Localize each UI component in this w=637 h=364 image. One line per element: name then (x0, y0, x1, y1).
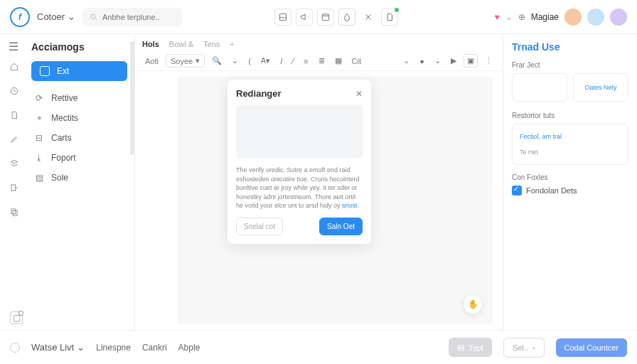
sidebar-title: Acciamogs (31, 41, 127, 53)
calendar-icon[interactable] (317, 9, 334, 26)
modal-body: The verify oredic. Sotre a emoft end rai… (236, 166, 363, 210)
chevron-down-icon[interactable]: ⌄ (505, 12, 513, 22)
svg-rect-8 (11, 185, 16, 191)
logo[interactable]: f (10, 7, 30, 27)
notification-icon[interactable]: ▢ (10, 311, 23, 324)
align-icon[interactable]: ≡ (301, 55, 311, 67)
chevron-down-icon[interactable]: ⌄ (229, 55, 241, 67)
archive-icon: ▤ (34, 173, 44, 183)
modal-preview (236, 105, 363, 159)
tool-label: Aoti (142, 55, 161, 67)
svg-rect-9 (11, 209, 16, 214)
refresh-icon: ⟳ (34, 93, 44, 103)
font-select[interactable]: Soyee▾ (166, 54, 205, 68)
list-item[interactable]: Te Het (513, 144, 628, 160)
image-icon[interactable]: ▣ (464, 54, 478, 68)
tab[interactable]: Tens (203, 40, 220, 48)
checkbox-icon (512, 186, 522, 196)
avatar[interactable] (564, 9, 582, 26)
section-label: Frar Ject (512, 61, 628, 69)
sidebar-item[interactable]: ▤Sole (31, 168, 127, 188)
grid-icon[interactable]: ▦ (332, 55, 345, 67)
footer-link[interactable]: Cankri (142, 343, 167, 353)
cart-icon: ⊟ (34, 133, 44, 143)
avatar[interactable] (610, 9, 627, 26)
globe-icon[interactable]: ⊕ (518, 12, 525, 22)
confirm-button[interactable]: Saln Oet (319, 218, 363, 235)
sidebar-item[interactable]: ⌖Mectits (31, 108, 127, 128)
sidebar-item[interactable]: ⊟Carts (31, 128, 127, 148)
strike-icon[interactable]: ∕ (289, 55, 296, 67)
sidebar-item[interactable]: ⟳Rettive (31, 88, 127, 108)
record-icon[interactable] (10, 343, 20, 353)
canvas[interactable]: Redianger ✕ The verify oredic. Sotre a e… (178, 77, 493, 324)
sidebar-primary-button[interactable]: Ext (31, 61, 127, 81)
paren-icon[interactable]: ( (245, 55, 254, 67)
workspace-dropdown[interactable]: Cotoer⌄ (37, 11, 75, 22)
status-dropdown[interactable]: Watse Livt⌄ (31, 342, 85, 353)
tab[interactable]: Bowl & (169, 40, 193, 48)
section-label: Con Foxles (512, 173, 628, 181)
search-icon (90, 12, 98, 22)
close-icon[interactable] (360, 9, 377, 26)
primary-action-button[interactable]: Codal Countcer (556, 338, 627, 357)
zoom-icon[interactable]: 🔍 (209, 55, 225, 67)
cancel-button[interactable]: Snelal cot (236, 218, 283, 235)
option-card[interactable] (512, 73, 567, 102)
pen-icon[interactable] (9, 134, 20, 145)
home-icon[interactable] (9, 61, 20, 73)
checkbox-row[interactable]: Fondolan Dets (512, 186, 628, 196)
svg-line-1 (95, 18, 96, 19)
exit-icon[interactable] (9, 182, 20, 193)
panel-title: Trnad Use (512, 41, 628, 53)
footer-link[interactable]: Abple (178, 343, 200, 353)
section-label: Restortor tuts (512, 112, 628, 119)
modal: Redianger ✕ The verify oredic. Sotre a e… (228, 80, 371, 244)
text-color-icon[interactable]: A▾ (258, 55, 273, 67)
sidebar-item[interactable]: ⭳Foport (31, 148, 127, 168)
file-icon[interactable] (9, 109, 20, 121)
chevron-down-icon: ⌄ (68, 11, 75, 22)
tool-action[interactable]: Cit (349, 55, 364, 67)
username: Magiae (531, 12, 559, 22)
chevron-down-icon[interactable]: ⌄ (432, 55, 444, 67)
document-icon[interactable] (381, 9, 398, 26)
image-icon[interactable] (274, 9, 291, 26)
svg-rect-2 (279, 14, 286, 20)
close-icon[interactable]: ✕ (355, 89, 363, 99)
footer-link[interactable]: Linespne (96, 343, 131, 353)
italic-icon[interactable]: I (277, 55, 285, 67)
copy-icon[interactable] (9, 206, 20, 218)
modal-title: Redianger (236, 88, 282, 99)
drop-icon[interactable] (338, 9, 355, 26)
tab[interactable]: Hols (142, 40, 159, 48)
scrollbar[interactable] (130, 41, 134, 155)
svg-rect-10 (13, 210, 17, 215)
svg-point-0 (91, 14, 95, 18)
avatar[interactable] (587, 9, 604, 26)
dot-icon[interactable]: ● (417, 55, 427, 67)
box-icon (40, 66, 50, 76)
menu-icon[interactable]: ☰ (9, 40, 18, 53)
select-button[interactable]: Sel..› (503, 338, 545, 358)
heart-icon[interactable]: ♥ (495, 12, 500, 22)
list-icon[interactable]: ≣ (316, 55, 328, 67)
download-icon: ⭳ (34, 153, 44, 163)
hand-icon[interactable]: ✋ (463, 294, 483, 314)
play-icon[interactable]: ▶ (448, 55, 459, 67)
tag-icon: ⌖ (34, 113, 44, 123)
add-tab-button[interactable]: + (230, 40, 234, 48)
option-card[interactable]: Oates Nety (573, 73, 628, 102)
layers-icon[interactable] (9, 158, 20, 169)
type-button[interactable]: ▤Typt (449, 338, 492, 357)
more-icon[interactable]: ⋮ (482, 55, 496, 67)
chevron-down-icon[interactable]: ⌄ (400, 55, 412, 67)
list-item[interactable]: Fectiol, am tral (513, 129, 628, 144)
clock-icon[interactable] (9, 85, 20, 97)
announce-icon[interactable] (296, 9, 313, 26)
modal-link[interactable]: sriost (342, 202, 358, 209)
svg-rect-3 (322, 14, 328, 20)
search-input[interactable] (82, 8, 182, 26)
